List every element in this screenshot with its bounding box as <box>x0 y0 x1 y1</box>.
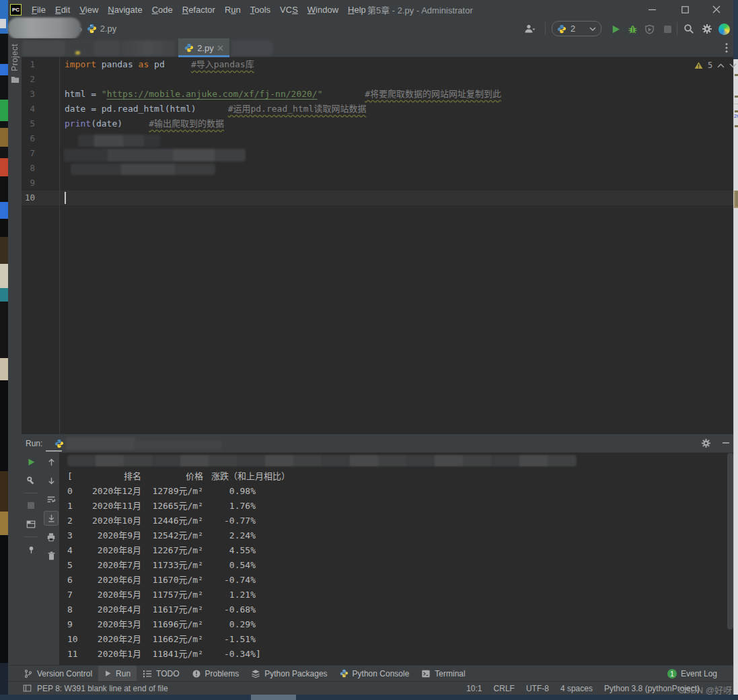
menu-window[interactable]: Window <box>303 5 343 15</box>
more-options-kebab-icon[interactable] <box>720 40 733 55</box>
toolwindow-button-python-packages[interactable]: Python Packages <box>245 666 333 682</box>
menu-edit[interactable]: Edit <box>50 5 75 15</box>
event-log-badge: 1 <box>667 669 677 678</box>
console-table-row: 112020年1月11841元/m²-0.34%] <box>67 647 290 662</box>
editor-gutter: 12345678910 <box>22 57 59 205</box>
run-toolbar-left <box>22 452 40 559</box>
problems-icon <box>192 669 201 678</box>
down-stack-trace-icon[interactable] <box>44 473 59 488</box>
status-item-2[interactable]: UTF-8 <box>526 684 549 693</box>
warning-stripe-mark[interactable] <box>735 74 738 76</box>
console-table-row: 22020年10月12446元/m²-0.77% <box>67 514 290 528</box>
folder-icon <box>11 75 20 83</box>
packages-icon <box>251 669 260 678</box>
sidebar-item-project[interactable]: Project <box>8 44 22 83</box>
code-with-me-icon[interactable] <box>716 22 731 36</box>
toolwindow-button-version-control[interactable]: Version Control <box>17 666 98 682</box>
minimize-button[interactable] <box>640 0 663 19</box>
tab-2py[interactable]: 2.py <box>178 38 229 57</box>
line-number-1: 1 <box>22 57 59 72</box>
clear-all-icon[interactable] <box>44 549 59 563</box>
maximize-button[interactable] <box>673 0 696 19</box>
breadcrumb[interactable]: › 2.py <box>78 19 116 38</box>
warning-stripe-mark[interactable] <box>735 125 738 127</box>
breadcrumb-file: 2.py <box>100 24 117 34</box>
next-warning-icon <box>729 63 737 68</box>
desktop-edge-right: 20 <box>733 0 738 695</box>
stop-button[interactable] <box>660 22 675 36</box>
menu-run[interactable]: Run <box>220 5 246 15</box>
console-output[interactable]: [排名价格涨跌（和上月相比）02020年12月12789元/m²0.98%120… <box>59 452 733 665</box>
title-bar: PC FileEditViewNavigateCodeRefactorRunTo… <box>8 0 733 19</box>
wrench-icon[interactable] <box>24 473 38 488</box>
stop-button[interactable] <box>24 498 38 513</box>
menu-navigate[interactable]: Navigate <box>103 5 147 15</box>
toolwindow-button-terminal[interactable]: Terminal <box>415 666 471 682</box>
console-table-row: 102020年2月11662元/m²-1.51% <box>67 632 290 647</box>
code-line-3: html = "https://mobile.anjuke.com/xf/fj-… <box>65 87 501 102</box>
menu-refactor[interactable]: Refactor <box>178 5 220 15</box>
status-item-3[interactable]: 4 spaces <box>560 684 593 693</box>
run-button[interactable] <box>608 22 623 36</box>
run-configuration-select[interactable]: 2 <box>552 21 601 36</box>
toolwindow-button-todo[interactable]: TODO <box>137 666 185 682</box>
menu-vcs[interactable]: VCS <box>275 5 303 15</box>
windows-taskbar <box>0 695 738 700</box>
console-table-row: 82020年4月11617元/m²-0.68% <box>67 602 290 617</box>
menu-view[interactable]: View <box>75 5 103 15</box>
line-number-3: 3 <box>22 87 59 102</box>
tab-close-icon[interactable] <box>217 45 223 51</box>
warning-stripe-mark[interactable] <box>735 110 738 112</box>
warning-stripe-mark[interactable] <box>735 96 738 98</box>
code-area[interactable]: import pandas as pd #导入pandas库html = "ht… <box>59 57 733 434</box>
search-everywhere-icon[interactable] <box>681 22 696 36</box>
menu-tools[interactable]: Tools <box>246 5 275 15</box>
rerun-button[interactable] <box>24 454 38 469</box>
debug-button[interactable] <box>625 22 640 36</box>
prev-warning-icon <box>717 63 725 68</box>
watermark: CSDN @好呀 <box>678 683 732 696</box>
run-settings-gear-icon[interactable] <box>698 435 713 450</box>
status-bar: PEP 8: W391 blank line at end of file 10… <box>8 681 733 695</box>
line-number-7: 7 <box>22 146 59 161</box>
print-icon[interactable] <box>44 530 59 545</box>
menu-file[interactable]: File <box>27 5 50 15</box>
blurred-console-line <box>67 455 577 466</box>
branch-icon <box>24 669 33 678</box>
python-icon <box>54 439 64 448</box>
hide-panel-icon[interactable] <box>718 435 733 450</box>
status-item-0[interactable]: 10:1 <box>466 684 482 693</box>
pin-icon[interactable] <box>24 542 38 557</box>
run-label: Run: <box>26 439 42 448</box>
console-text: [排名价格涨跌（和上月相比）02020年12月12789元/m²0.98%120… <box>67 469 290 662</box>
reader-mode-icon[interactable] <box>23 684 32 693</box>
inspections-widget[interactable]: 5 <box>694 59 737 71</box>
profile-icon[interactable] <box>522 22 537 36</box>
blurred-run-tab-name <box>66 437 136 450</box>
run-panel-header: Run: <box>8 434 733 452</box>
toolwindow-button-python-console[interactable]: Python Console <box>334 666 416 682</box>
menu-code[interactable]: Code <box>147 5 178 15</box>
coverage-button[interactable] <box>642 22 657 36</box>
status-item-1[interactable]: CRLF <box>494 684 515 693</box>
up-stack-trace-icon[interactable] <box>44 454 59 469</box>
restore-layout-icon[interactable] <box>24 517 38 532</box>
line-number-8: 8 <box>22 161 59 176</box>
blurred-project-name <box>8 18 81 39</box>
scroll-to-end-icon[interactable] <box>44 511 59 526</box>
window-title: 第5章 - 2.py - Administrator <box>367 3 473 16</box>
soft-wrap-icon[interactable] <box>44 492 59 507</box>
warning-count: 5 <box>708 61 712 70</box>
console-table-row: 52020年7月11733元/m²0.54% <box>67 558 290 573</box>
caret-stripe-mark[interactable] <box>735 191 738 207</box>
status-message[interactable]: PEP 8: W391 blank line at end of file <box>37 684 168 693</box>
blurred-run-tab-name <box>135 440 222 450</box>
code-editor[interactable]: 12345678910 import pandas as pd #导入panda… <box>22 57 733 434</box>
menu-help[interactable]: Help <box>343 5 371 15</box>
toolwindow-button-run[interactable]: Run <box>98 666 137 682</box>
event-log-button[interactable]: 1Event Log <box>667 666 717 682</box>
close-button[interactable] <box>705 0 728 19</box>
toolwindow-button-problems[interactable]: Problems <box>186 666 246 682</box>
console-scrollbar[interactable] <box>727 453 733 629</box>
settings-gear-icon[interactable] <box>700 22 714 36</box>
